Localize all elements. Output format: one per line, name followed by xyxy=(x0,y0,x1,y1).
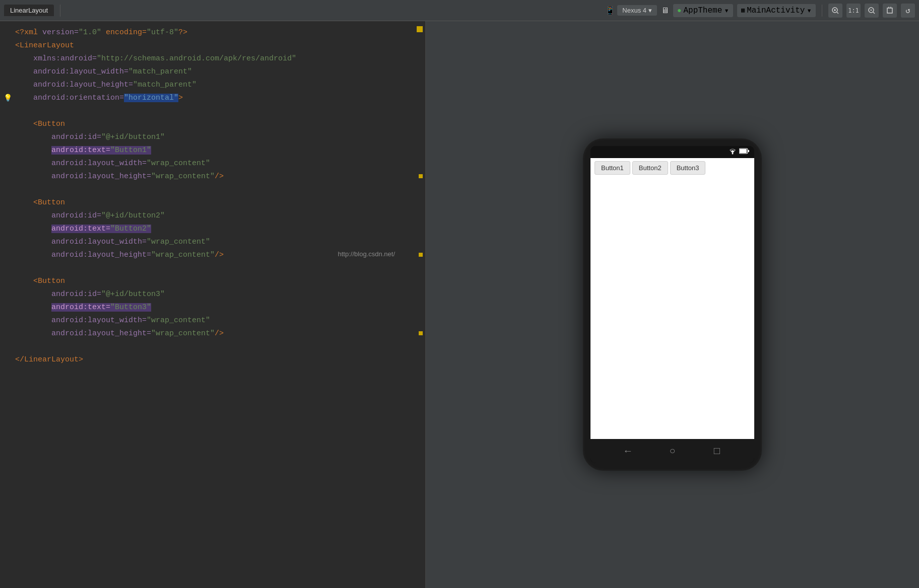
line-content-4: android:layout_width="match_parent" xyxy=(15,65,415,79)
svg-rect-12 xyxy=(740,149,747,153)
zoom-actual-button[interactable]: 1:1 xyxy=(846,4,861,18)
activity-selector[interactable]: ▦ MainActivity ▾ xyxy=(737,4,816,17)
code-editor-panel[interactable]: <?xml version="1.0" encoding="utf-8"?> <… xyxy=(0,21,426,588)
refresh-button[interactable]: ↺ xyxy=(901,4,915,18)
line-content-1: <?xml version="1.0" encoding="utf-8"?> xyxy=(15,26,415,39)
gutter-6: 💡 xyxy=(0,92,15,105)
line-content-19 xyxy=(15,262,415,275)
code-line-5: android:layout_height="match_parent" xyxy=(0,79,425,92)
line-content-25 xyxy=(15,340,415,353)
activity-chevron-icon: ▾ xyxy=(807,6,812,16)
code-line-17: android:layout_width="wrap_content" xyxy=(0,236,425,249)
line-content-26: </LinearLayout> xyxy=(15,353,415,366)
line-content-17: android:layout_width="wrap_content" xyxy=(15,236,415,249)
line-content-12: android:layout_height="wrap_content"/> xyxy=(15,170,415,183)
screen-icon: 🖥 xyxy=(661,6,669,15)
wifi-icon xyxy=(728,148,737,157)
code-line-20: <Button xyxy=(0,275,425,288)
code-line-8: <Button xyxy=(0,118,425,131)
svg-line-6 xyxy=(873,12,875,14)
device-dropdown[interactable]: Nexus 4 ▾ xyxy=(617,5,657,16)
code-line-4: android:layout_width="match_parent" xyxy=(0,65,425,79)
code-line-26: </LinearLayout> xyxy=(0,353,425,366)
line-content-14: <Button xyxy=(15,196,415,209)
toolbar-separator-2 xyxy=(822,5,822,17)
margin-mark-24 xyxy=(419,331,423,335)
margin-mark-18 xyxy=(419,253,423,257)
line-content-18: android:layout_height="wrap_content"/> xyxy=(15,249,415,262)
device-screen-icon: 📱 xyxy=(605,6,615,15)
code-line-1: <?xml version="1.0" encoding="utf-8"?> xyxy=(0,26,425,39)
zoom-in-button[interactable] xyxy=(828,4,842,18)
nav-home-icon[interactable]: ○ xyxy=(669,446,675,457)
theme-label: AppTheme xyxy=(683,6,722,15)
line-content-9: android:id="@+id/button1" xyxy=(15,131,415,144)
line-content-22: android:text="Button3" xyxy=(15,301,415,314)
code-line-25 xyxy=(0,340,425,353)
zoom-fit-button[interactable] xyxy=(883,4,897,18)
phone-button-2[interactable]: Button2 xyxy=(632,161,668,175)
theme-circle-icon: ● xyxy=(677,7,681,15)
editor-tab[interactable]: LinearLayout xyxy=(4,5,54,16)
code-line-11: android:layout_width="wrap_content" xyxy=(0,157,425,170)
phone-mockup: Button1 Button2 Button3 ← ○ □ xyxy=(583,138,762,471)
code-line-16: android:text="Button2" xyxy=(0,223,425,236)
code-line-12: android:layout_height="wrap_content"/> xyxy=(0,170,425,183)
line-content-7 xyxy=(15,105,415,118)
code-line-22: android:text="Button3" xyxy=(0,301,425,314)
svg-rect-7 xyxy=(887,8,892,13)
phone-status-bar xyxy=(590,146,754,158)
phone-buttons-row: Button1 Button2 Button3 xyxy=(590,158,754,178)
line-content-15: android:id="@+id/button2" xyxy=(15,209,415,223)
toolbar-separator xyxy=(60,5,60,17)
line-content-8: <Button xyxy=(15,118,415,131)
line-content-3: xmlns:android="http://schemas.android.co… xyxy=(15,52,415,65)
top-toolbar: LinearLayout 📱 Nexus 4 ▾ 🖥 ● AppTheme ▾ … xyxy=(0,0,919,21)
battery-icon xyxy=(739,148,749,156)
phone-screen: Button1 Button2 Button3 ← ○ □ xyxy=(590,146,754,463)
line-content-10: android:text="Button1" xyxy=(15,144,415,157)
code-line-18: android:layout_height="wrap_content"/> xyxy=(0,249,425,262)
code-line-23: android:layout_width="wrap_content" xyxy=(0,314,425,327)
line-content-21: android:id="@+id/button3" xyxy=(15,288,415,301)
code-line-21: android:id="@+id/button3" xyxy=(0,288,425,301)
device-chevron-icon: ▾ xyxy=(648,7,652,14)
theme-selector[interactable]: ● AppTheme ▾ xyxy=(673,4,733,17)
activity-grid-icon: ▦ xyxy=(741,7,745,14)
main-area: <?xml version="1.0" encoding="utf-8"?> <… xyxy=(0,21,919,588)
theme-chevron-icon: ▾ xyxy=(724,6,729,16)
line-content-16: android:text="Button2" xyxy=(15,223,415,236)
code-line-3: xmlns:android="http://schemas.android.co… xyxy=(0,52,425,65)
phone-button-3[interactable]: Button3 xyxy=(670,161,706,175)
phone-screen-content: Button1 Button2 Button3 xyxy=(590,158,754,439)
code-line-2: <LinearLayout xyxy=(0,39,425,52)
svg-rect-13 xyxy=(748,150,749,152)
nav-back-icon[interactable]: ← xyxy=(625,446,631,457)
phone-button-1[interactable]: Button1 xyxy=(595,161,630,175)
code-editor[interactable]: <?xml version="1.0" encoding="utf-8"?> <… xyxy=(0,21,425,372)
code-line-6: 💡 android:orientation="horizontal"> xyxy=(0,92,425,105)
code-line-15: android:id="@+id/button2" xyxy=(0,209,425,223)
line-content-2: <LinearLayout xyxy=(15,39,415,52)
line-content-13 xyxy=(15,183,415,196)
code-line-19 xyxy=(0,262,425,275)
line-content-23: android:layout_width="wrap_content" xyxy=(15,314,415,327)
margin-mark-12 xyxy=(419,174,423,178)
code-line-13 xyxy=(0,183,425,196)
zoom-out-button[interactable] xyxy=(865,4,879,18)
code-line-10: android:text="Button1" xyxy=(0,144,425,157)
code-line-24: android:layout_height="wrap_content"/> xyxy=(0,327,425,340)
line-content-20: <Button xyxy=(15,275,415,288)
svg-line-3 xyxy=(837,12,838,14)
code-line-9: android:id="@+id/button1" xyxy=(0,131,425,144)
bulb-icon: 💡 xyxy=(4,92,12,105)
nav-recent-icon[interactable]: □ xyxy=(714,446,720,457)
line-content-6: android:orientation="horizontal"> xyxy=(15,92,415,105)
line-content-24: android:layout_height="wrap_content"/> xyxy=(15,327,415,340)
svg-point-10 xyxy=(732,153,734,155)
preview-panel: Button1 Button2 Button3 ← ○ □ xyxy=(426,21,919,588)
line-content-11: android:layout_width="wrap_content" xyxy=(15,157,415,170)
code-line-14: <Button xyxy=(0,196,425,209)
device-label: Nexus 4 xyxy=(622,7,646,14)
code-line-7 xyxy=(0,105,425,118)
